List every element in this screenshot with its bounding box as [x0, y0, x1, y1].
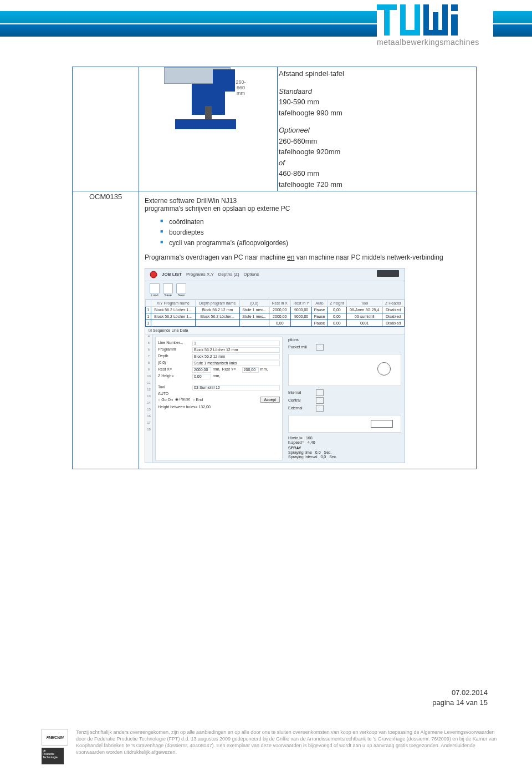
- zheight-field[interactable]: 0,00: [192, 374, 211, 379]
- accept-button[interactable]: Accept: [260, 397, 280, 403]
- tool-field[interactable]: 03-Sumidrill 10: [192, 385, 280, 390]
- dw-form: Line Number...1 ProgrammBlock 56.2 Löche…: [155, 337, 283, 460]
- h6: Auto: [312, 300, 327, 306]
- productie-logo: deProductieTechnologie: [42, 748, 64, 764]
- sp-value: 4,40: [308, 440, 315, 444]
- program-label: Programm: [158, 347, 192, 353]
- dim-label: 260-660 mm: [236, 79, 246, 96]
- new-icon[interactable]: [176, 283, 186, 293]
- sp-label: h.speed=: [288, 440, 304, 444]
- page-meta: 07.02.2014 pagina 14 van 15: [432, 688, 488, 708]
- radio-end[interactable]: ○ End: [192, 398, 203, 402]
- bullet-2: boordieptes: [160, 227, 470, 238]
- logo-tagline: metaalbewerkingsmachines: [377, 38, 493, 47]
- drillwin-screenshot: JOB LIST Programs X,Y Depths (Z) Options…: [145, 268, 405, 463]
- svg-rect-8: [442, 4, 448, 36]
- internal-button[interactable]: [316, 389, 324, 396]
- h5: Rest in Y: [290, 300, 312, 306]
- new-label: New: [176, 293, 186, 297]
- line-no-field[interactable]: 1: [192, 341, 280, 346]
- tab-programs[interactable]: Programs X,Y: [186, 272, 214, 277]
- opt-heading: Optioneel: [279, 126, 310, 134]
- opt-subhead: ptions: [288, 338, 401, 342]
- resty-label: Rest Y=: [222, 367, 242, 373]
- h2: Depth program name: [195, 300, 239, 306]
- table-row[interactable]: 1Block 56.2 Löcher 1...Block 56.2 Löcher…: [146, 313, 405, 320]
- preview-1: [288, 354, 401, 386]
- radio-goon[interactable]: ○ Go On: [158, 398, 173, 402]
- bullet-1: coördinaten: [160, 217, 470, 227]
- radio-pause[interactable]: ◉ Pause: [175, 397, 191, 402]
- hb-label: Height between holes=: [158, 405, 197, 409]
- spray-heading: SPRAY: [288, 446, 401, 450]
- external-button[interactable]: [316, 405, 324, 412]
- save-label: Save: [163, 293, 173, 297]
- internal-label: Internal: [288, 390, 314, 394]
- l3b: van machine naar PC middels netwerk-verb…: [294, 253, 443, 261]
- logo: metaalbewerkingsmachines: [377, 0, 493, 55]
- l3a: Programma's overdragen van PC naar machi…: [145, 253, 287, 261]
- disclaimer-text: Tenzij schriftelijk anders overeengekome…: [76, 729, 499, 764]
- table-row[interactable]: 1Block 56.2 Löcher 1...Block 56.2 12 mmS…: [146, 306, 405, 313]
- restx-field[interactable]: 2000,00: [192, 367, 211, 373]
- h3: (0,0): [239, 300, 269, 306]
- central-button[interactable]: [316, 397, 324, 404]
- pocket-mill-button[interactable]: [316, 344, 324, 351]
- row2-line1: Externe software DrillWin NJ13: [145, 197, 470, 205]
- dw-toolbar: Load Save New: [145, 281, 405, 300]
- depth-field[interactable]: Block 56.2 12 mm: [192, 354, 280, 359]
- svg-rect-4: [415, 4, 420, 36]
- std-heading: Standaard: [279, 87, 312, 95]
- tab-options[interactable]: Options: [244, 272, 259, 277]
- std-1: 190-590 mm: [279, 97, 475, 108]
- pocket-mill-label: Pocket mill: [288, 345, 314, 349]
- page-footer: FME/CWM deProductieTechnologie Tenzij sc…: [42, 729, 499, 764]
- spray-time-label: Spraying time: [288, 450, 312, 454]
- program-field[interactable]: Block 56.2 Löcher 12 mm: [192, 347, 280, 353]
- tab-joblist[interactable]: JOB LIST: [162, 272, 182, 277]
- fme-cwm-logo: FME/CWM: [42, 729, 68, 746]
- central-label: Central: [288, 398, 314, 402]
- opt-3: 460-860 mm: [279, 168, 475, 179]
- spray-interval-label: Spraying Interval: [288, 455, 318, 459]
- preview-2: [288, 415, 401, 433]
- row1-left: [73, 67, 139, 191]
- app-icon: [150, 271, 157, 278]
- table-row[interactable]: 30,00Pause0,000001Disabled: [146, 320, 405, 326]
- svg-rect-9: [451, 4, 458, 11]
- page-header: metaalbewerkingsmachines: [0, 0, 532, 55]
- opt-1: 260-660mm: [279, 136, 475, 147]
- opt-of: of: [279, 159, 285, 167]
- hl-label: H/min,l=: [288, 436, 303, 440]
- load-icon[interactable]: [150, 283, 160, 293]
- svg-rect-1: [384, 4, 390, 36]
- tab-depths[interactable]: Depths (Z): [218, 272, 239, 277]
- row2-bullets: coördinaten boordieptes cycli van progra…: [160, 217, 470, 249]
- external-label: External: [288, 406, 314, 410]
- zheight-label: Z Heigh=: [158, 374, 192, 379]
- load-label: Load: [150, 293, 160, 297]
- h7: Z height: [327, 300, 346, 306]
- window-controls[interactable]: [377, 270, 399, 277]
- oo-field[interactable]: Stufe 1 mechanisch links: [192, 361, 280, 366]
- opt-2: tafelhoogte 920mm: [279, 146, 475, 158]
- save-icon[interactable]: [163, 283, 173, 293]
- footer-logos: FME/CWM deProductieTechnologie: [42, 729, 69, 764]
- page-number: pagina 14 van 15: [432, 698, 488, 708]
- row2-line2: programma's schrijven en opslaan op exte…: [145, 205, 470, 212]
- tool-label: Tool: [158, 385, 192, 390]
- oo-label: (0,0): [158, 361, 192, 366]
- spray-time-value: 0,0: [315, 450, 321, 454]
- svg-rect-7: [433, 12, 438, 36]
- hl-value: 160: [306, 436, 313, 440]
- row2-line3: Programma's overdragen van PC naar machi…: [145, 253, 470, 261]
- resty-field[interactable]: 200,00: [242, 367, 259, 373]
- l3u: en: [287, 253, 294, 261]
- h9: Z Header: [382, 300, 405, 306]
- h1: X/Y Program name: [151, 300, 195, 306]
- dw-tabs: JOB LIST Programs X,Y Depths (Z) Options: [145, 268, 405, 281]
- product-code: OCM0135: [73, 191, 139, 469]
- h0: [146, 300, 151, 306]
- svg-point-11: [150, 271, 157, 278]
- bullet-3: cycli van programma's (afloopvolgordes): [160, 238, 470, 248]
